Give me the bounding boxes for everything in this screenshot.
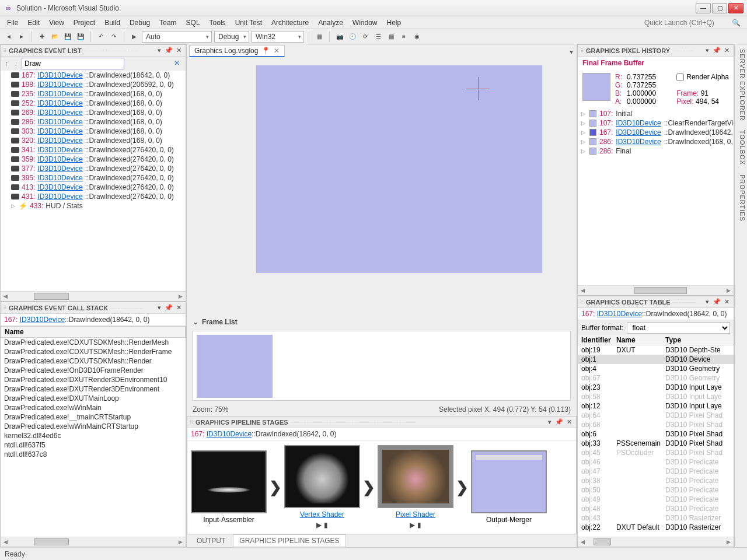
tab-pipeline[interactable]: GRAPHICS PIPELINE STAGES <box>233 534 345 547</box>
event-row[interactable]: 252: ID3D10Device::DrawIndexed(168, 0, 0… <box>1 99 186 108</box>
event-link[interactable]: ID3D10Device <box>37 108 82 117</box>
play-icon[interactable]: ▶ ▮ <box>410 521 421 529</box>
save-button[interactable]: 💾 <box>62 32 73 42</box>
refresh-icon[interactable]: ⟳ <box>360 32 371 42</box>
pixel-event-row[interactable]: ▷107: Initial <box>578 109 734 118</box>
callstack-row[interactable]: ntdll.dll!637c8 <box>1 450 186 459</box>
callstack-row[interactable]: DrawPredicated.exe!CDXUTSDKMesh::Render <box>1 356 186 366</box>
object-row[interactable]: obj:6D3D10 Pixel Shad <box>578 429 734 439</box>
scrollbar[interactable]: ◄► <box>578 537 734 547</box>
close-icon[interactable]: ✕ <box>174 47 183 54</box>
menu-view[interactable]: View <box>46 18 68 28</box>
render-target[interactable] <box>256 65 542 273</box>
redo-button[interactable]: ↷ <box>109 32 119 42</box>
frame-thumbnail[interactable] <box>197 335 273 398</box>
pixel-events[interactable]: ▷107: Initial▷107: ID3D10Device::ClearRe… <box>578 109 734 285</box>
menu-debug[interactable]: Debug <box>126 18 153 28</box>
stage-pixel-shader[interactable]: Pixel Shader ▶ ▮ <box>378 445 453 529</box>
event-link[interactable]: ID3D10Device <box>37 174 82 182</box>
expand-icon[interactable]: ▷ <box>581 130 585 135</box>
menu-window[interactable]: Window <box>349 18 381 28</box>
buffer-format-select[interactable]: float <box>627 322 730 334</box>
pixel-event-row[interactable]: ▷286: ID3D10Device::DrawIndexed(168, 0, … <box>578 137 734 146</box>
expand-icon[interactable]: ▷ <box>581 148 585 154</box>
close-icon[interactable]: ✕ <box>565 418 574 426</box>
render-alpha-checkbox[interactable]: Render Alpha <box>676 73 729 81</box>
menu-project[interactable]: Project <box>70 18 99 28</box>
event-link[interactable]: ID3D10Device <box>37 136 82 145</box>
callstack-row[interactable]: DrawPredicated.exe!wWinMain <box>1 403 186 412</box>
event-link[interactable]: ID3D10Device <box>37 183 82 191</box>
pin-icon[interactable]: 📌 <box>163 304 174 312</box>
object-ref-link[interactable]: ID3D10Device <box>597 310 642 318</box>
scrollbar[interactable]: ◄► <box>1 537 186 547</box>
stage-vertex-shader[interactable]: Vertex Shader ▶ ▮ <box>284 445 360 529</box>
event-link[interactable]: ID3D10Device <box>37 164 82 173</box>
threads-combo[interactable]: Auto <box>142 31 212 43</box>
scrollbar[interactable]: ◄► <box>578 285 734 295</box>
pixel-event-row[interactable]: ▷286: Final <box>578 146 734 156</box>
dropdown-icon[interactable]: ▾ <box>156 47 163 54</box>
pin-icon[interactable]: 📍 <box>261 47 270 55</box>
callstack-body[interactable]: Name DrawPredicated.exe!CDXUTSDKMesh::Re… <box>1 326 186 537</box>
event-row[interactable]: 235: ID3D10Device::DrawIndexed(168, 0, 0… <box>1 89 186 99</box>
document-tab[interactable]: Graphics Log.vsglog 📍 ✕ <box>189 45 285 57</box>
menu-architecture[interactable]: Architecture <box>268 18 312 28</box>
dropdown-icon[interactable]: ▾ <box>546 418 553 426</box>
callstack-row[interactable]: DrawPredicated.exe!CDXUTSDKMesh::RenderM… <box>1 338 186 347</box>
object-row[interactable]: obj:4D3D10 Geometry <box>578 364 734 373</box>
close-icon[interactable]: ✕ <box>174 304 183 312</box>
object-row[interactable]: obj:68D3D10 Pixel Shad <box>578 420 734 429</box>
event-row[interactable]: 320: ID3D10Device::DrawIndexed(168, 0, 0… <box>1 136 186 145</box>
event-row[interactable]: 286: ID3D10Device::DrawIndexed(168, 0, 0… <box>1 117 186 127</box>
quick-launch-input[interactable] <box>644 19 732 27</box>
expand-icon[interactable]: ▷ <box>11 203 15 209</box>
quick-launch[interactable]: 🔍 <box>641 18 743 28</box>
object-row[interactable]: obj:48D3D10 Predicate <box>578 504 734 513</box>
pixel-event-link[interactable]: ID3D10Device <box>616 119 661 127</box>
config-combo[interactable]: Debug <box>214 31 249 43</box>
event-list-body[interactable]: 167: ID3D10Device::DrawIndexed(18642, 0,… <box>1 71 186 291</box>
menu-unittest[interactable]: Unit Test <box>232 18 266 28</box>
scrollbar[interactable]: ◄► <box>1 291 186 301</box>
render-viewport[interactable] <box>187 57 577 316</box>
menu-edit[interactable]: Edit <box>24 18 43 28</box>
menu-analyze[interactable]: Analyze <box>315 18 347 28</box>
event-row[interactable]: 395: ID3D10Device::DrawIndexed(276420, 0… <box>1 173 186 183</box>
object-row[interactable]: obj:38D3D10 Predicate <box>578 476 734 485</box>
event-link[interactable]: ID3D10Device <box>37 99 82 107</box>
event-link[interactable]: ID3D10Device <box>37 192 82 201</box>
history-icon[interactable]: 🕘 <box>347 32 358 42</box>
close-icon[interactable]: ✕ <box>274 47 280 55</box>
menu-help[interactable]: Help <box>383 18 405 28</box>
callstack-row[interactable]: DrawPredicated.exe!DXUTMainLoop <box>1 394 186 403</box>
event-row[interactable]: 198: ID3D10Device::DrawIndexed(206592, 0… <box>1 80 186 89</box>
tab-output[interactable]: OUTPUT <box>190 534 232 547</box>
event-row[interactable]: 377: ID3D10Device::DrawIndexed(276420, 0… <box>1 164 186 173</box>
tab-properties[interactable]: PROPERTIES <box>735 170 747 226</box>
pixel-event-row[interactable]: ▷167: ID3D10Device::DrawIndexed(18642, 0… <box>578 128 734 137</box>
undo-button[interactable]: ↶ <box>96 32 106 42</box>
object-row[interactable]: obj:23D3D10 Input Laye <box>578 383 734 392</box>
frame-list-header[interactable]: ⌄Frame List <box>187 316 577 328</box>
object-row[interactable]: obj:50D3D10 Predicate <box>578 485 734 495</box>
play-icon[interactable]: ▶ ▮ <box>316 521 327 529</box>
callstack-row[interactable]: DrawPredicated.exe!__tmainCRTStartup <box>1 412 186 422</box>
pin-icon[interactable]: 📌 <box>711 298 722 306</box>
callstack-row[interactable]: DrawPredicated.exe!CDXUTSDKMesh::RenderF… <box>1 347 186 356</box>
object-row[interactable]: obj:64D3D10 Pixel Shad <box>578 411 734 420</box>
new-project-button[interactable]: ✚ <box>37 32 47 42</box>
object-row[interactable]: obj:19DXUTD3D10 Depth-Ste <box>578 345 734 355</box>
callstack-row[interactable]: ntdll.dll!637f5 <box>1 440 186 450</box>
object-row[interactable]: obj:43D3D10 Rasterizer <box>578 513 734 523</box>
close-icon[interactable]: ✕ <box>722 298 731 306</box>
object-row[interactable]: obj:12D3D10 Input Laye <box>578 401 734 411</box>
pixel-event-link[interactable]: ID3D10Device <box>616 138 661 146</box>
callstack-row[interactable]: kernel32.dll!4ed6c <box>1 431 186 440</box>
up-arrow-icon[interactable]: ↑ <box>3 60 10 68</box>
object-table-body[interactable]: obj:19DXUTD3D10 Depth-Steobj:1D3D10 Devi… <box>578 345 734 537</box>
object-row[interactable]: obj:47D3D10 Predicate <box>578 467 734 476</box>
maximize-button[interactable]: ▢ <box>712 3 727 13</box>
tab-server-explorer[interactable]: SERVER EXPLORER <box>735 44 747 125</box>
pipeline-ref-link[interactable]: ID3D10Device <box>207 430 252 438</box>
